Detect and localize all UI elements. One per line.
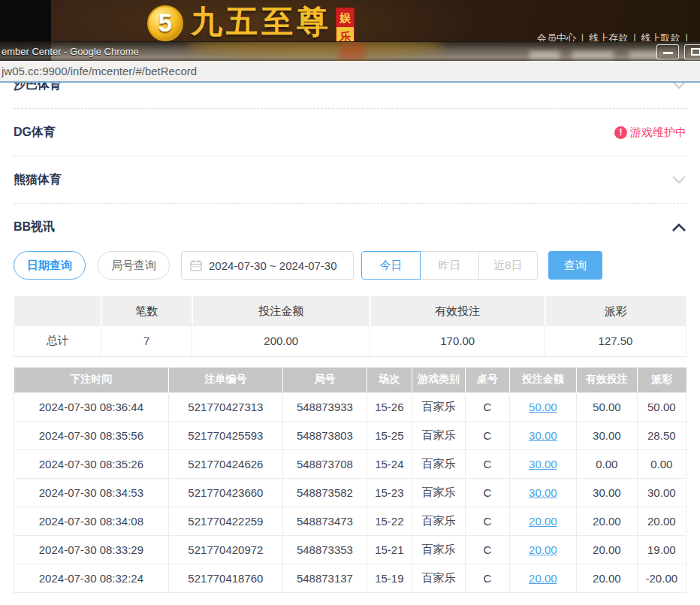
- payout-cell: 19.00: [637, 536, 686, 564]
- game-type-cell: 百家乐: [412, 393, 466, 422]
- bet-id-cell: 521770418760: [168, 564, 282, 593]
- round-id-cell: 548873803: [282, 422, 367, 450]
- game-type-cell: 百家乐: [412, 536, 466, 564]
- bet-time-cell: 2024-07-30 08:34:08: [14, 507, 169, 536]
- game-type-cell: 百家乐: [412, 564, 466, 593]
- bet-time-cell: 2024-07-30 08:35:56: [14, 422, 169, 450]
- valid-bet-cell: 20.00: [577, 564, 638, 593]
- summary-count: 7: [101, 326, 192, 356]
- filter-bar: 日期查询 局号查询 2024-07-30 ~ 2024-07-30 今日昨日近8…: [14, 251, 686, 280]
- browser-urlbar[interactable]: jw05.cc:9900/infe/mcenter/#/betRecord: [0, 61, 700, 83]
- session-cell: 15-22: [367, 507, 412, 536]
- round-id-cell: 548873473: [282, 507, 367, 536]
- column-header: 注单编号: [168, 368, 282, 393]
- records-tbody: 2024-07-30 08:36:44 521770427313 5488739…: [14, 393, 686, 593]
- date-range-picker[interactable]: 2024-07-30 ~ 2024-07-30: [181, 251, 354, 280]
- bet-amount-link[interactable]: 20.00: [529, 543, 557, 556]
- payout-cell: 20.00: [637, 507, 686, 536]
- records-table: 下注时间注单编号局号场次游戏类别桌号投注金额有效投注派彩 2024-07-30 …: [14, 368, 686, 594]
- maximize-icon: [691, 48, 700, 56]
- bet-amount-cell: 20.00: [509, 536, 577, 564]
- bet-amount-link[interactable]: 30.00: [529, 429, 557, 442]
- game-name: BB视讯: [14, 219, 55, 235]
- quick-range-3[interactable]: 近8日: [478, 251, 538, 280]
- summary-bet-amount: 200.00: [192, 326, 370, 356]
- column-header: 场次: [367, 368, 412, 393]
- bet-amount-link[interactable]: 30.00: [529, 486, 557, 499]
- valid-bet-cell: 0.00: [577, 450, 638, 479]
- table-row: 2024-07-30 08:33:29 521770420972 5488733…: [14, 536, 686, 564]
- maximize-button[interactable]: [684, 44, 700, 59]
- session-cell: 15-23: [367, 479, 412, 507]
- column-header: 游戏类别: [412, 368, 466, 393]
- background-dark-panel: [0, 0, 51, 41]
- round-id-cell: 548873137: [282, 564, 367, 593]
- bet-amount-link[interactable]: 20.00: [529, 572, 557, 585]
- column-header: 投注金额: [509, 368, 577, 393]
- table-row: 2024-07-30 08:35:56 521770425593 5488738…: [14, 422, 686, 450]
- bet-amount-link[interactable]: 50.00: [529, 401, 557, 413]
- table-row: 2024-07-30 08:34:53 521770423660 5488735…: [14, 479, 686, 507]
- column-header: 派彩: [637, 368, 686, 393]
- summary-total-row: 总计 7 200.00 170.00 127.50: [14, 326, 686, 356]
- table-row: 2024-07-30 08:34:08 521770422259 5488734…: [14, 507, 686, 536]
- session-cell: 15-26: [367, 393, 412, 422]
- session-cell: 15-21: [367, 536, 412, 564]
- game-type-cell: 百家乐: [412, 422, 466, 450]
- column-header: 派彩: [545, 296, 686, 326]
- table-code-cell: C: [466, 393, 509, 422]
- bet-amount-link[interactable]: 20.00: [529, 515, 557, 528]
- url-text[interactable]: jw05.cc:9900/infe/mcenter/#/betRecord: [2, 65, 197, 77]
- column-header: 下注时间: [14, 368, 169, 393]
- game-row[interactable]: 熊猫体育: [14, 156, 686, 204]
- summary-header-row: 笔数投注金额有效投注派彩: [14, 296, 686, 326]
- bet-record-page: 沙巴体育 DG体育 ! 游戏维护中 熊猫体育: [0, 83, 700, 605]
- valid-bet-cell: 30.00: [577, 422, 638, 450]
- bet-amount-cell: 30.00: [509, 479, 577, 507]
- column-header: 有效投注: [577, 368, 638, 393]
- table-row: 2024-07-30 08:35:26 521770424626 5488737…: [14, 450, 686, 479]
- bet-id-cell: 521770424626: [168, 450, 282, 479]
- quick-range-2[interactable]: 昨日: [420, 251, 479, 280]
- bet-amount-cell: 30.00: [509, 450, 577, 479]
- payout-cell: -20.00: [637, 564, 686, 593]
- site-logo: 5 九五至尊 娱 乐: [147, 3, 355, 47]
- date-query-tab[interactable]: 日期查询: [14, 251, 86, 280]
- calendar-icon: [190, 259, 202, 271]
- game-type-cell: 百家乐: [412, 507, 466, 536]
- bet-id-cell: 521770422259: [168, 507, 282, 536]
- bet-id-cell: 521770425593: [168, 422, 282, 450]
- logo-title: 九五至尊: [191, 3, 332, 41]
- coin-logo-icon: 5: [147, 5, 183, 41]
- titlebar-glass-highlight: [572, 51, 614, 59]
- table-code-cell: C: [466, 422, 509, 450]
- bet-amount-cell: 30.00: [509, 422, 577, 450]
- game-row[interactable]: BB视讯: [14, 204, 686, 251]
- table-code-cell: C: [466, 507, 509, 536]
- window-title: ember Center - Google Chrome: [2, 46, 139, 57]
- summary-total-label: 总计: [14, 326, 101, 356]
- game-row[interactable]: DG体育 ! 游戏维护中: [14, 109, 686, 156]
- payout-cell: 0.00: [637, 450, 686, 479]
- column-header: 局号: [282, 368, 367, 393]
- browser-titlebar[interactable]: ember Center - Google Chrome: [0, 41, 700, 61]
- records-header-row: 下注时间注单编号局号场次游戏类别桌号投注金额有效投注派彩: [14, 368, 686, 393]
- quick-range-group: 今日昨日近8日: [361, 251, 538, 280]
- bet-amount-link[interactable]: 30.00: [529, 458, 557, 470]
- round-query-tab[interactable]: 局号查询: [98, 251, 170, 280]
- table-code-cell: C: [466, 479, 509, 507]
- valid-bet-cell: 20.00: [577, 507, 638, 536]
- bet-id-cell: 521770427313: [168, 393, 282, 422]
- window-controls: [656, 44, 700, 59]
- date-range-value: 2024-07-30 ~ 2024-07-30: [209, 259, 337, 272]
- titlebar-glass-glow: [188, 41, 443, 57]
- game-row[interactable]: 沙巴体育: [14, 83, 686, 109]
- minimize-button[interactable]: [656, 44, 679, 59]
- game-name: DG体育: [14, 125, 56, 141]
- table-row: 2024-07-30 08:32:24 521770418760 5488731…: [14, 564, 686, 593]
- column-header: [14, 296, 101, 326]
- search-button[interactable]: 查询: [548, 251, 602, 280]
- chevron-up-icon: [671, 223, 686, 232]
- bet-amount-cell: 20.00: [509, 564, 577, 593]
- quick-range-1[interactable]: 今日: [361, 251, 421, 280]
